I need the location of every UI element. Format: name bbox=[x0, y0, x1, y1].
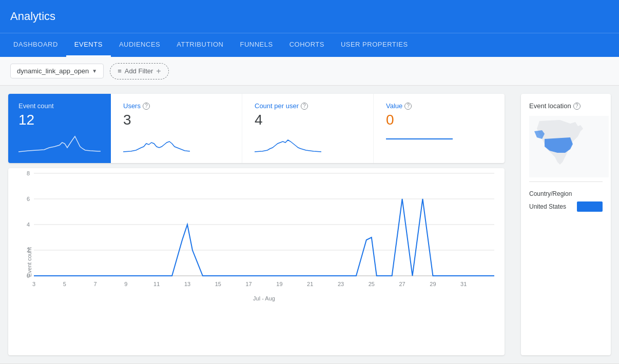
nav-events[interactable]: EVENTS bbox=[66, 33, 111, 57]
svg-text:3: 3 bbox=[32, 281, 35, 287]
svg-text:7: 7 bbox=[94, 281, 97, 287]
svg-text:31: 31 bbox=[460, 281, 467, 287]
event-count-label: Event count bbox=[18, 102, 101, 110]
value-value: 0 bbox=[386, 112, 492, 128]
svg-text:13: 13 bbox=[184, 281, 190, 287]
nav-cohorts[interactable]: COHORTS bbox=[281, 33, 333, 57]
svg-text:23: 23 bbox=[338, 281, 344, 287]
count-per-user-label: Count per user bbox=[255, 102, 299, 110]
event-location-panel: Event location ? Country/Region United S… bbox=[521, 94, 611, 355]
svg-text:15: 15 bbox=[215, 281, 221, 287]
svg-text:25: 25 bbox=[369, 281, 375, 287]
value-help-icon[interactable]: ? bbox=[404, 103, 412, 110]
nav-attribution[interactable]: ATTRIBUTION bbox=[168, 33, 231, 57]
app-title: Analytics bbox=[10, 10, 55, 23]
event-count-sparkline bbox=[18, 132, 101, 153]
y-axis-label: Event count bbox=[26, 247, 32, 276]
count-per-user-stat: Count per user ? 4 bbox=[242, 94, 374, 163]
stats-card: Event count 12 Users ? 3 bbox=[8, 94, 505, 163]
chevron-down-icon: ▼ bbox=[92, 68, 97, 74]
add-filter-label: Add Filter bbox=[125, 67, 153, 75]
svg-text:17: 17 bbox=[246, 281, 252, 287]
users-value: 3 bbox=[123, 112, 229, 128]
country-region-label: Country/Region bbox=[529, 190, 603, 197]
nav-user-properties[interactable]: USER PROPERTIES bbox=[333, 33, 416, 57]
nav-funnels[interactable]: FUNNELS bbox=[231, 33, 281, 57]
plus-icon: + bbox=[156, 67, 161, 76]
count-per-user-help-icon[interactable]: ? bbox=[301, 103, 308, 110]
map-visual bbox=[529, 116, 609, 177]
event-location-title: Event location ? bbox=[529, 102, 603, 110]
svg-text:27: 27 bbox=[399, 281, 405, 287]
users-sparkline bbox=[123, 132, 190, 153]
event-location-help-icon[interactable]: ? bbox=[573, 103, 581, 110]
main-chart-card: Event count 0 2 4 6 8 bbox=[8, 168, 505, 355]
value-flatline bbox=[386, 138, 453, 139]
svg-text:6: 6 bbox=[27, 196, 30, 202]
svg-text:8: 8 bbox=[27, 170, 30, 176]
header: Analytics bbox=[0, 0, 619, 33]
svg-text:5: 5 bbox=[63, 281, 66, 287]
count-per-user-value: 4 bbox=[255, 112, 361, 128]
event-count-value: 12 bbox=[18, 112, 101, 128]
main-nav: DASHBOARD EVENTS AUDIENCES ATTRIBUTION F… bbox=[0, 33, 619, 57]
svg-text:11: 11 bbox=[153, 281, 160, 287]
top-country-label: United States bbox=[529, 203, 573, 210]
svg-text:29: 29 bbox=[430, 281, 436, 287]
filter-bar: dynamic_link_app_open ▼ ≡ Add Filter + bbox=[0, 57, 619, 86]
users-help-icon[interactable]: ? bbox=[143, 103, 150, 110]
users-label: Users bbox=[123, 102, 141, 110]
x-axis-label: Jul - Aug bbox=[34, 295, 494, 301]
main-chart: 0 2 4 6 8 3 5 7 9 11 13 15 17 bbox=[34, 173, 494, 291]
event-count-box: Event count 12 bbox=[8, 94, 111, 163]
filter-icon: ≡ bbox=[118, 67, 122, 75]
nav-audiences[interactable]: AUDIENCES bbox=[111, 33, 168, 57]
event-dropdown[interactable]: dynamic_link_app_open ▼ bbox=[10, 64, 104, 78]
nav-dashboard[interactable]: DASHBOARD bbox=[5, 33, 66, 57]
users-stat: Users ? 3 bbox=[111, 94, 242, 163]
svg-text:9: 9 bbox=[124, 281, 127, 287]
svg-text:19: 19 bbox=[276, 281, 282, 287]
add-filter-button[interactable]: ≡ Add Filter + bbox=[110, 63, 169, 79]
value-stat: Value ? 0 bbox=[374, 94, 505, 163]
value-label: Value bbox=[386, 102, 402, 110]
count-per-user-sparkline bbox=[255, 132, 321, 153]
svg-text:21: 21 bbox=[307, 281, 313, 287]
country-bar bbox=[577, 201, 603, 212]
svg-text:4: 4 bbox=[27, 221, 30, 228]
event-dropdown-value: dynamic_link_app_open bbox=[17, 67, 89, 75]
